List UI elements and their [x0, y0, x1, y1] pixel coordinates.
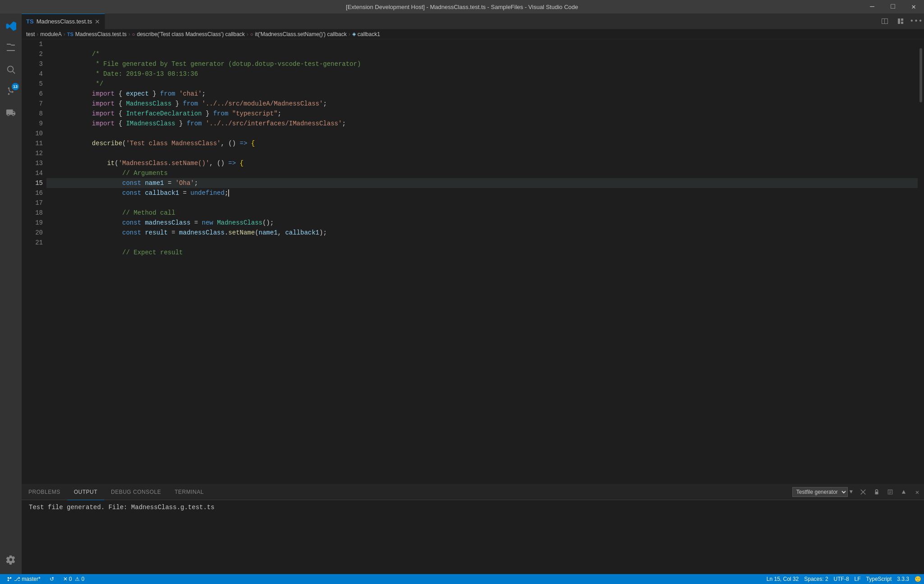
status-sync[interactable]: ↺ — [47, 574, 57, 584]
status-feedback[interactable]: 🙂 — [912, 574, 924, 584]
warning-count: 0 — [81, 576, 84, 582]
breadcrumb-callback-icon: ◈ — [352, 31, 356, 37]
status-spaces[interactable]: Spaces: 2 — [801, 574, 831, 584]
status-git-branch[interactable]: ⎇ master* — [4, 574, 43, 584]
more-actions-button[interactable]: ••• — [908, 14, 924, 29]
line-num-10: 10 — [22, 129, 43, 138]
activity-icon-vscode-logo[interactable] — [0, 15, 22, 37]
line-num-9: 9 — [22, 119, 43, 129]
close-button[interactable]: ✕ — [903, 0, 924, 14]
line-num-2: 2 — [22, 49, 43, 59]
code-line-10: describe('Test class MadnessClass', () =… — [46, 129, 918, 138]
activity-icon-extensions[interactable] — [0, 102, 22, 124]
clear-output-button[interactable] — [856, 485, 870, 499]
window-title: [Extension Development Host] - MadnessCl… — [346, 4, 578, 10]
status-left: ⎇ master* ↺ ✕ 0 ⚠ 0 — [0, 574, 91, 584]
code-line-18: const madnessClass = new MadnessClass(); — [46, 208, 918, 218]
output-channel-select[interactable]: Testfile generator — [792, 487, 848, 497]
tab-madnessclass-test[interactable]: TS MadnessClass.test.ts ✕ — [22, 14, 105, 29]
line-num-20: 20 — [22, 228, 43, 238]
status-line-ending[interactable]: LF — [852, 574, 864, 584]
lock-scroll-button[interactable] — [870, 485, 883, 499]
close-panel-button[interactable]: ✕ — [910, 485, 924, 499]
open-in-editor-button[interactable] — [883, 485, 897, 499]
breadcrumb-it[interactable]: it('MadnessClass.setName()') callback — [255, 31, 346, 37]
activity-icon-settings[interactable] — [0, 549, 22, 570]
activity-icon-explorer[interactable] — [0, 37, 22, 59]
breadcrumb: test › moduleA › TS MadnessClass.test.ts… — [22, 29, 924, 39]
breadcrumb-describe[interactable]: describe('Test class MadnessClass') call… — [137, 31, 244, 37]
maximize-button[interactable]: □ — [883, 0, 903, 14]
line-num-11: 11 — [22, 138, 43, 148]
main-container: 13 TS MadnessClass.test.ts ✕ — [0, 14, 924, 574]
editor-area: TS MadnessClass.test.ts ✕ ••• — [22, 14, 924, 574]
layout-button[interactable] — [892, 14, 908, 29]
code-editor-container: 1 2 3 4 5 6 7 8 9 10 11 12 13 14 15 16 1 — [22, 39, 924, 484]
panel-tabs: PROBLEMS OUTPUT DEBUG CONSOLE TERMINAL T… — [22, 484, 924, 500]
tab-ts-icon: TS — [26, 18, 34, 25]
code-line-1: /* — [46, 39, 918, 49]
breadcrumb-modulea[interactable]: moduleA — [40, 31, 61, 37]
output-select-container: Testfile generator ▼ — [792, 487, 856, 497]
tab-actions: ••• — [877, 14, 924, 29]
activity-bar: 13 — [0, 14, 22, 574]
line-num-17: 17 — [22, 198, 43, 208]
line-num-12: 12 — [22, 148, 43, 158]
sync-text: ↺ — [50, 576, 54, 582]
status-cursor-position[interactable]: Ln 15, Col 32 — [764, 574, 801, 584]
code-content[interactable]: /* * File generated by Test generator (d… — [46, 39, 918, 484]
tab-bar: TS MadnessClass.test.ts ✕ ••• — [22, 14, 924, 29]
panel: PROBLEMS OUTPUT DEBUG CONSOLE TERMINAL T… — [22, 484, 924, 574]
status-ts-version[interactable]: 3.3.3 — [894, 574, 912, 584]
line-num-7: 7 — [22, 99, 43, 109]
encoding-text: UTF-8 — [834, 576, 849, 582]
tab-close-button[interactable]: ✕ — [95, 18, 100, 25]
panel-tab-problems[interactable]: PROBLEMS — [22, 484, 67, 500]
spaces-text: Spaces: 2 — [804, 576, 828, 582]
breadcrumb-callback1[interactable]: callback1 — [358, 31, 380, 37]
code-line-21: // Expect result — [46, 238, 918, 248]
line-num-4: 4 — [22, 69, 43, 79]
svg-rect-2 — [875, 492, 878, 494]
chevron-down-icon: ▼ — [850, 489, 853, 495]
smiley-icon: 🙂 — [915, 576, 921, 582]
ts-version-text: 3.3.3 — [897, 576, 909, 582]
split-editor-button[interactable] — [877, 14, 892, 29]
breadcrumb-test[interactable]: test — [26, 31, 35, 37]
svg-point-0 — [8, 66, 14, 72]
warning-icon: ⚠ — [75, 576, 80, 582]
status-bar: ⎇ master* ↺ ✕ 0 ⚠ 0 Ln 15, Col 32 Spaces… — [0, 574, 924, 584]
status-language[interactable]: TypeScript — [864, 574, 895, 584]
status-right: Ln 15, Col 32 Spaces: 2 UTF-8 LF TypeScr… — [764, 574, 924, 584]
line-num-19: 19 — [22, 218, 43, 228]
status-encoding[interactable]: UTF-8 — [831, 574, 852, 584]
line-ending-text: LF — [855, 576, 861, 582]
line-num-3: 3 — [22, 59, 43, 69]
line-num-6: 6 — [22, 89, 43, 99]
code-line-2: * File generated by Test generator (dotu… — [46, 49, 918, 59]
activity-icon-search[interactable] — [0, 59, 22, 80]
panel-tab-output[interactable]: OUTPUT — [67, 484, 104, 500]
scrollbar-thumb[interactable] — [919, 48, 922, 102]
panel-content: Test file generated. File: MadnessClass.… — [22, 500, 924, 574]
code-editor[interactable]: 1 2 3 4 5 6 7 8 9 10 11 12 13 14 15 16 1 — [22, 39, 918, 484]
panel-tab-terminal[interactable]: TERMINAL — [168, 484, 211, 500]
code-line-12: it('MadnessClass.setName()', () => { — [46, 148, 918, 158]
scrollbar-track[interactable] — [918, 39, 924, 484]
activity-icon-source-control[interactable]: 13 — [0, 80, 22, 102]
line-num-1: 1 — [22, 39, 43, 49]
breadcrumb-file-icon: TS — [67, 32, 74, 37]
line-num-15: 15 — [22, 178, 43, 188]
activity-bottom — [0, 549, 22, 574]
status-errors[interactable]: ✕ 0 ⚠ 0 — [60, 574, 87, 584]
window-controls[interactable]: — □ ✕ — [862, 0, 924, 14]
breadcrumb-filename[interactable]: MadnessClass.test.ts — [75, 31, 127, 37]
breadcrumb-it-icon: ○ — [250, 32, 253, 37]
language-text: TypeScript — [866, 576, 892, 582]
panel-actions: Testfile generator ▼ — [792, 484, 924, 500]
line-num-5: 5 — [22, 79, 43, 89]
toggle-panel-up-button[interactable]: ▲ — [897, 485, 910, 499]
minimize-button[interactable]: — — [862, 0, 883, 14]
code-line-14: const name1 = 'Oha'; — [46, 168, 918, 178]
panel-tab-debug-console[interactable]: DEBUG CONSOLE — [104, 484, 168, 500]
